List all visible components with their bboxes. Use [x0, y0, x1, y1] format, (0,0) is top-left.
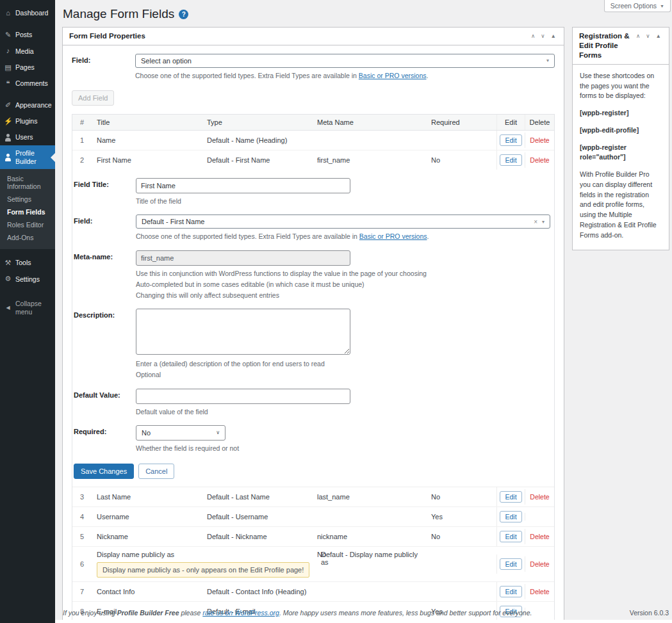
sidebar-item-users[interactable]: Users	[0, 129, 55, 145]
sidebar-item-label: Profile Builder	[15, 149, 51, 165]
edit-button[interactable]: Edit	[500, 134, 521, 146]
sidebar-item-roles-editor[interactable]: Roles Editor	[0, 218, 55, 231]
delete-link[interactable]: Delete	[530, 533, 549, 540]
sidebar-item-label: Dashboard	[15, 9, 48, 17]
sidebar-item-collapse-menu[interactable]: ◀Collapse menu	[0, 296, 55, 320]
edit-button[interactable]: Edit	[500, 558, 521, 570]
page-title: Manage Form Fields	[63, 7, 174, 21]
delete-cell: Delete	[525, 152, 554, 168]
panel-header: Form Field Properties ∧ ∨ ▲	[63, 28, 564, 45]
meta-name-input[interactable]	[136, 250, 350, 266]
field-select-help: Choose one of the supported field types.…	[135, 71, 555, 81]
meta-name-help-1: Use this in conjunction with WordPress f…	[136, 269, 550, 279]
sidebar-item-comments[interactable]: ❝Comments	[0, 76, 55, 92]
edit-button[interactable]: Edit	[500, 511, 521, 522]
collapse-icon: ◀	[4, 305, 12, 311]
field-title-input[interactable]	[136, 178, 350, 193]
collapse-panel-icon[interactable]: ▲	[655, 32, 662, 40]
clear-selection-icon[interactable]: ×	[534, 218, 537, 225]
default-value-label: Default Value:	[74, 389, 136, 417]
sidebar-item-tools[interactable]: ⚒Tools	[0, 255, 55, 271]
edit-button[interactable]: Edit	[500, 154, 521, 166]
field-select[interactable]: Default - First Name × ▾	[136, 214, 550, 229]
field-title: First Name	[97, 156, 197, 164]
help-icon[interactable]: ?	[179, 10, 188, 19]
sidebar-item-dashboard[interactable]: ⌂Dashboard	[0, 5, 55, 21]
field-type-select[interactable]: Select an option ▾	[135, 54, 555, 68]
sidebar-item-settings[interactable]: ⚙Settings	[0, 271, 55, 287]
collapse-panel-icon[interactable]: ▲	[550, 32, 557, 40]
sidebar-item-add-ons[interactable]: Add-Ons	[0, 231, 55, 244]
move-down-icon[interactable]: ∨	[644, 32, 651, 40]
field-title-label: Field Title:	[74, 178, 136, 206]
chevron-down-icon: ▼	[660, 4, 664, 8]
field-title-help: Title of the field	[136, 197, 550, 206]
screen-options-button[interactable]: Screen Options ▼	[604, 0, 671, 12]
form-field-properties-panel: Form Field Properties ∧ ∨ ▲ Field: Selec…	[62, 27, 564, 623]
required-help: Whether the field is required or not	[136, 444, 550, 453]
edit-button[interactable]: Edit	[500, 531, 521, 542]
comments-icon: ❝	[4, 79, 12, 88]
required-select[interactable]: No ∨	[136, 425, 225, 441]
sidebar-item-media[interactable]: ♪Media	[0, 43, 55, 59]
save-changes-button[interactable]: Save Changes	[74, 464, 134, 479]
cancel-button[interactable]: Cancel	[138, 464, 174, 479]
row-number: 3	[72, 489, 92, 505]
edit-button[interactable]: Edit	[500, 491, 521, 503]
description-textarea[interactable]	[136, 309, 350, 355]
appearance-icon: ✐	[4, 101, 12, 109]
pro-versions-link[interactable]: Basic or PRO versions	[359, 72, 427, 79]
move-up-icon[interactable]: ∧	[530, 32, 536, 40]
menu-separator	[0, 92, 55, 97]
edit-cell: Edit	[496, 487, 525, 506]
field-meta-name: nickname	[312, 529, 426, 544]
table-row: 1NameDefault - Name (Heading)EditDelete	[72, 131, 554, 150]
sidebar-item-profile-builder[interactable]: Profile Builder	[0, 145, 55, 169]
move-down-icon[interactable]: ∨	[539, 32, 546, 40]
edit-button[interactable]: Edit	[500, 586, 521, 597]
sidebar-item-plugins[interactable]: ⚡Plugins	[0, 113, 55, 129]
sidebar-item-appearance[interactable]: ✐Appearance	[0, 97, 55, 113]
sidebar-item-posts[interactable]: ✎Posts	[0, 27, 55, 43]
field-tooltip: Display name publicly as - only appears …	[97, 562, 309, 578]
field-required	[426, 588, 496, 595]
field-title: Contact Info	[97, 588, 197, 595]
delete-cell: Delete	[525, 489, 554, 505]
side-panel-title: Registration & Edit Profile Forms	[579, 31, 635, 60]
table-row: 7Contact InfoDefault - Contact Info (Hea…	[72, 582, 554, 602]
sidebar-item-settings[interactable]: Settings	[0, 193, 55, 206]
field-edit-form: Field Title: Title of the field Field:	[72, 170, 554, 487]
media-icon: ♪	[4, 47, 12, 55]
rate-us-link[interactable]: rate us on WordPress.org	[202, 609, 279, 617]
column-header-delete: Delete	[525, 115, 554, 130]
edit-cell: Edit	[496, 507, 525, 526]
sidebar-item-basic-information[interactable]: Basic Information	[0, 172, 55, 193]
page-header: Manage Form Fields ?	[55, 0, 672, 27]
version-label: Version 6.0.3	[630, 609, 669, 617]
field-meta-name	[312, 513, 426, 521]
delete-link[interactable]: Delete	[530, 588, 549, 595]
add-field-button[interactable]: Add Field	[72, 90, 114, 106]
row-number: 7	[72, 584, 92, 599]
field-required: Yes	[426, 509, 496, 524]
panel-title: Form Field Properties	[69, 31, 145, 41]
sidebar-item-pages[interactable]: ▤Pages	[0, 60, 55, 76]
field-type: Default - Display name publicly as	[316, 547, 426, 570]
sidebar-item-label: Media	[15, 47, 34, 56]
field-meta-name	[312, 136, 426, 144]
meta-name-help-3: Changing this will only affect subsequen…	[136, 291, 550, 300]
profile-builder-icon	[4, 154, 12, 161]
move-up-icon[interactable]: ∧	[635, 32, 641, 40]
pro-versions-link[interactable]: Basic or PRO versions	[359, 232, 427, 240]
field-required: No	[426, 529, 496, 544]
required-select-value: No	[142, 429, 151, 437]
sidebar-item-label: Collapse menu	[15, 300, 51, 316]
shortcodes-list: [wppb-register][wppb-edit-profile][wppb-…	[580, 108, 662, 163]
delete-link[interactable]: Delete	[530, 156, 549, 164]
delete-link[interactable]: Delete	[530, 560, 549, 568]
sidebar-item-form-fields[interactable]: Form Fields	[0, 206, 55, 218]
delete-link[interactable]: Delete	[530, 493, 549, 501]
default-value-input[interactable]	[136, 389, 350, 404]
delete-cell: Delete	[525, 584, 554, 599]
delete-link[interactable]: Delete	[530, 136, 549, 144]
